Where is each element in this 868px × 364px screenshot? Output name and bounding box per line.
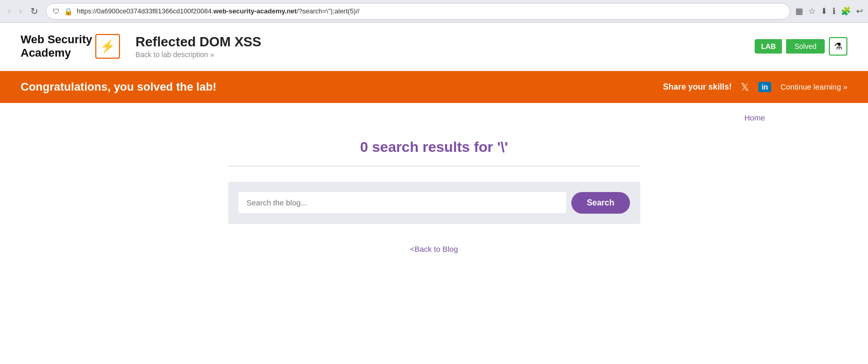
twitter-icon[interactable]: 𝕏 [741,81,749,93]
back-button[interactable]: ‹ [5,5,13,18]
qr-icon[interactable]: ▦ [795,6,803,16]
logo-icon: ⚡ [95,34,120,59]
forward-button[interactable]: › [16,5,25,18]
main-content: Home 0 search results for '\' Search <Ba… [0,103,868,309]
lab-badge-area: LAB Solved ⚗ [755,37,847,56]
download-icon[interactable]: ⬇ [821,6,827,16]
linkedin-icon[interactable]: in [758,82,771,92]
search-results-title: 0 search results for '\' [360,139,508,155]
browser-toolbar-right: ▦ ☆ ⬇ ℹ 🧩 ↩ [795,6,863,16]
share-skills-text: Share your skills! [663,82,731,92]
lab-title: Reflected DOM XSS [135,34,755,50]
puzzle-icon[interactable]: 🧩 [841,6,851,16]
logo-text: Web Security Academy [21,33,92,60]
back-arrow-icon[interactable]: ↩ [856,6,863,16]
bolt-icon: ⚡ [100,39,115,54]
lock-icon: 🔒 [64,7,73,15]
reload-button[interactable]: ↻ [28,5,41,18]
logo-container: Web Security Academy ⚡ [21,33,120,60]
continue-learning-link[interactable]: Continue learning » [780,82,847,91]
search-button[interactable]: Search [571,192,629,214]
search-box-container: Search [228,182,640,224]
congrats-text: Congratulations, you solved the lab! [21,80,216,94]
flask-button[interactable]: ⚗ [829,37,847,56]
browser-chrome: ‹ › ↻ 🛡 🔒 https://0a6900ce0374d33f81366c… [0,0,868,23]
divider [228,166,640,166]
site-header: Web Security Academy ⚡ Reflected DOM XSS… [0,23,868,71]
solved-badge: Solved [786,39,825,54]
logo-text-line1: Web Security [21,33,92,46]
lab-badge: LAB [755,39,782,54]
banner-right: Share your skills! 𝕏 in Continue learnin… [663,81,847,93]
shield-icon: 🛡 [53,7,60,15]
orange-banner: Congratulations, you solved the lab! Sha… [0,71,868,103]
address-text: https://0a6900ce0374d33f81366cd100f20084… [77,7,784,15]
lab-title-section: Reflected DOM XSS Back to lab descriptio… [135,34,755,59]
logo-text-line2: Academy [21,46,92,60]
home-link[interactable]: Home [744,113,765,122]
back-to-blog-link[interactable]: <Back to Blog [410,245,458,253]
address-bar[interactable]: 🛡 🔒 https://0a6900ce0374d33f81366cd100f2… [46,3,790,20]
search-input[interactable] [239,192,567,213]
nav-buttons: ‹ › ↻ [5,5,41,18]
back-to-lab-link[interactable]: Back to lab description » [135,50,214,59]
info-icon[interactable]: ℹ [832,6,836,16]
star-icon[interactable]: ☆ [808,6,815,16]
